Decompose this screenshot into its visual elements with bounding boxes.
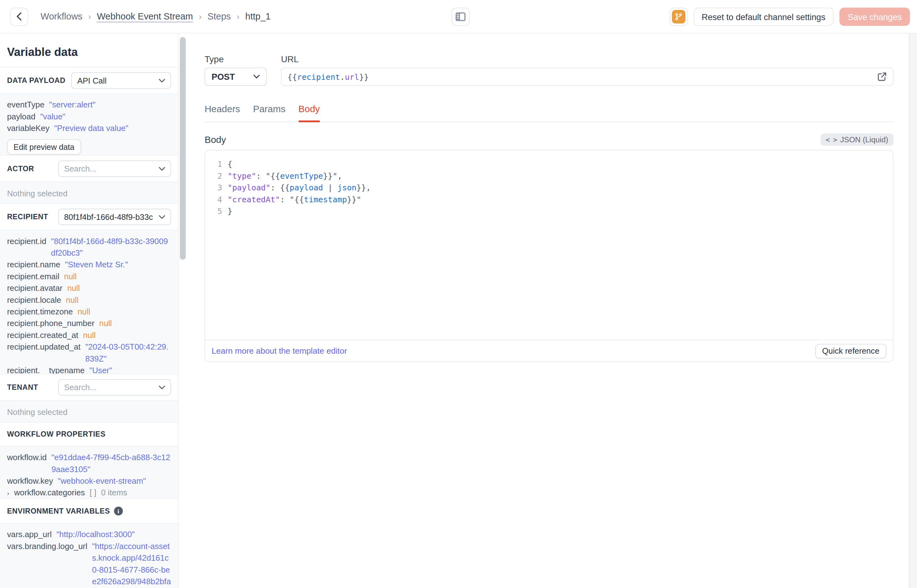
top-actions: Reset to default channel settings Save c… — [670, 8, 910, 26]
tenant-empty-note: Nothing selected — [7, 406, 171, 419]
sidebar-title: Variable data — [0, 34, 178, 68]
code-brackets-icon: < > — [826, 136, 836, 144]
variable-value: "server:alert" — [49, 99, 95, 111]
variable-row: recipient.__typename"User" — [7, 365, 171, 375]
code-token: : {{ — [271, 183, 290, 192]
app-window: Workflows›Webhook Event Stream›Steps›htt… — [0, 0, 917, 588]
page-scrollbar-gutter[interactable] — [909, 34, 917, 588]
variable-row: eventType"server:alert" — [7, 99, 171, 111]
breadcrumb-item-webhook-event-stream[interactable]: Webhook Event Stream — [97, 11, 193, 22]
commit-changes-button[interactable] — [670, 8, 688, 26]
code-token: json — [337, 183, 357, 192]
request-tabs: HeadersParamsBody — [205, 104, 893, 122]
info-icon[interactable]: i — [114, 507, 123, 515]
language-badge-label: JSON (Liquid) — [840, 135, 888, 144]
code-token: timestamp — [304, 194, 347, 204]
language-badge: < > JSON (Liquid) — [820, 134, 894, 146]
data-payload-select[interactable]: API Call — [71, 72, 171, 89]
actor-empty-panel: Nothing selected — [0, 181, 178, 204]
code-token: | — [323, 183, 337, 192]
variable-key: eventType — [7, 99, 49, 111]
tenant-select[interactable]: Search... — [58, 379, 171, 396]
scrollbar-thumb[interactable] — [180, 37, 186, 260]
variable-key: payload — [7, 111, 40, 123]
line-number: 1 — [205, 158, 228, 170]
variable-key: workflow.id — [7, 452, 51, 464]
breadcrumb-separator: › — [88, 11, 91, 21]
variable-value: "80f1f4bf-166d-48f9-b33c-39009df20bc3" — [51, 236, 171, 259]
recipient-row: RECIPIENT 80f1f4bf-166d-48f9-b33c — [0, 204, 178, 229]
chevron-down-icon — [253, 75, 260, 79]
variable-key: workflow.key — [7, 475, 58, 487]
tab-body[interactable]: Body — [299, 104, 320, 122]
edit-preview-data-button[interactable]: Edit preview data — [7, 139, 81, 155]
url-input[interactable]: {{recipient.url}} — [281, 68, 893, 86]
variable-key: vars.branding.logo_url — [7, 541, 92, 552]
breadcrumb-item-workflows[interactable]: Workflows — [40, 11, 82, 22]
workflow-properties-title: WORKFLOW PROPERTIES — [7, 430, 105, 438]
actor-select[interactable]: Search... — [58, 160, 171, 177]
actor-row: ACTOR Search... — [0, 156, 178, 181]
quick-reference-button[interactable]: Quick reference — [815, 344, 886, 359]
back-button[interactable] — [10, 7, 28, 26]
variable-key: recipient.updated_at — [7, 341, 85, 353]
body-section-header: Body < > JSON (Liquid) — [205, 134, 893, 146]
variable-row: recipient.emailnull — [7, 271, 171, 283]
sidebar-toggle-button[interactable] — [451, 8, 470, 26]
panel-left-icon — [455, 12, 466, 21]
chevron-down-icon — [159, 79, 165, 82]
save-changes-button[interactable]: Save changes — [840, 8, 910, 26]
git-branch-icon — [672, 10, 685, 24]
template-editor-docs-link[interactable]: Learn more about the template editor — [212, 346, 347, 355]
variable-value: null — [66, 294, 79, 306]
tenant-empty-panel: Nothing selected — [0, 400, 178, 422]
variable-key: recipient.locale — [7, 294, 66, 306]
tenant-search-placeholder: Search... — [64, 383, 159, 392]
variable-value: "Preview data value" — [54, 123, 128, 134]
variable-key: variableKey — [7, 123, 54, 134]
code-content: "type": "{{eventType}}", — [228, 170, 342, 181]
variable-key: workflow.categories — [14, 487, 90, 499]
sidebar-scrollbar[interactable] — [179, 34, 187, 588]
code-token: "createdAt" — [228, 194, 280, 204]
environment-variables-title: ENVIRONMENT VARIABLES — [7, 507, 110, 515]
code-line: 5} — [205, 205, 893, 217]
chevron-down-icon — [159, 166, 165, 171]
variable-data-sidebar: Variable data DATA PAYLOAD API Call even… — [0, 34, 179, 588]
recipient-select[interactable]: 80f1f4bf-166d-48f9-b33c — [58, 208, 171, 225]
code-editor-area[interactable]: 1{2"type": "{{eventType}}",3"payload": {… — [205, 150, 893, 340]
reset-channel-settings-button[interactable]: Reset to default channel settings — [693, 8, 833, 26]
code-token: : "{{ — [280, 194, 304, 204]
editor-footer: Learn more about the template editor Qui… — [205, 340, 893, 362]
variable-row: workflow.key"webhook-event-stream" — [7, 475, 171, 487]
breadcrumb-separator: › — [237, 11, 239, 21]
tab-params[interactable]: Params — [253, 104, 286, 122]
code-token: }} — [359, 72, 368, 81]
tab-headers[interactable]: Headers — [205, 104, 240, 122]
variable-value: "value" — [40, 111, 65, 123]
line-number: 2 — [205, 170, 228, 181]
breadcrumb-item-steps[interactable]: Steps — [207, 11, 231, 22]
method-select[interactable]: POST — [205, 68, 267, 86]
code-token: . — [340, 72, 345, 81]
code-token: eventType — [280, 171, 323, 181]
code-token: payload — [290, 183, 323, 192]
variable-key: recipient.email — [7, 271, 64, 283]
chevron-right-icon[interactable]: › — [7, 487, 14, 499]
line-number: 3 — [205, 181, 228, 193]
breadcrumb-item-http-1: http_1 — [245, 11, 271, 22]
variable-value: null — [99, 318, 112, 330]
recipient-selected-value: 80f1f4bf-166d-48f9-b33c — [64, 212, 159, 221]
code-content: "createdAt": "{{timestamp}}" — [228, 194, 361, 205]
code-token: "type" — [228, 171, 256, 181]
external-link-icon[interactable] — [877, 72, 887, 82]
variable-row: vars.branding.logo_url"https://account-a… — [7, 541, 171, 587]
variable-value: null — [77, 306, 90, 318]
chevron-down-icon — [159, 215, 165, 219]
code-token: : "{{ — [256, 171, 280, 181]
code-token: }}" — [347, 194, 361, 204]
code-content: { — [228, 158, 232, 170]
code-token: {{ — [287, 72, 297, 81]
variable-row[interactable]: ›workflow.categories[ ]0 items — [7, 487, 171, 499]
code-content: "payload": {{payload | json}}, — [228, 181, 371, 193]
